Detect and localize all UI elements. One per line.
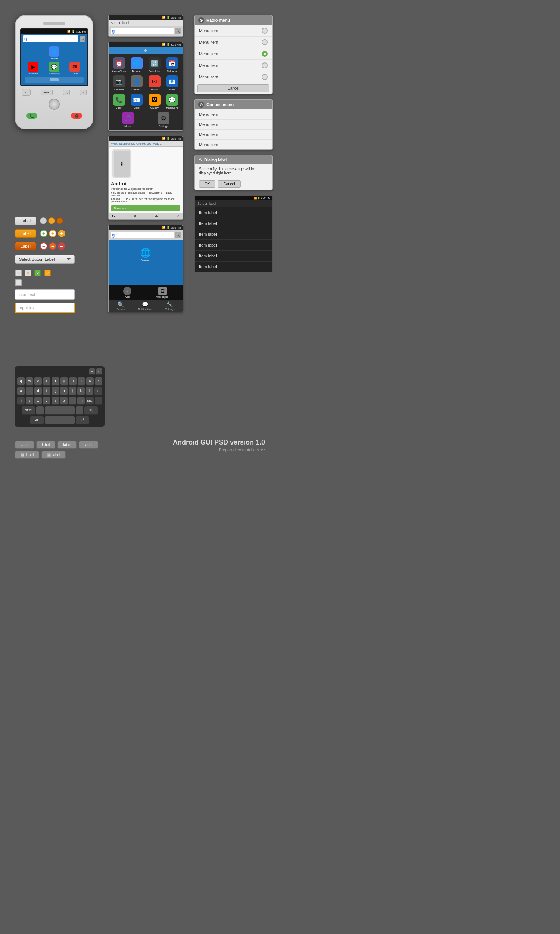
zoom-in-button[interactable]: ⊕ [155, 214, 158, 218]
radio-item-5-circle[interactable] [262, 74, 268, 80]
home2-wallpaper-item[interactable]: 🖼 Wallpaper [157, 287, 168, 298]
key-j[interactable]: j [69, 387, 76, 395]
phone-home-button[interactable]: ⌂ [22, 89, 31, 96]
tab-item-5[interactable]: ☑ label [15, 451, 39, 459]
key-0[interactable]: 0 [94, 387, 102, 395]
app-contacts[interactable]: 👤 Contacts [129, 76, 144, 91]
key-mic[interactable]: 🎤 [76, 416, 89, 424]
plus-circle-green[interactable]: + [40, 230, 48, 237]
screen4-search-box[interactable]: g [111, 232, 174, 238]
key-a[interactable]: a [17, 387, 25, 395]
plus-circle-orange[interactable]: + [49, 230, 56, 237]
screen1-search-box[interactable]: g [111, 28, 174, 34]
radio-menu-item-5[interactable]: Menu item [194, 71, 272, 83]
checkbox-x1[interactable]: ✕ [15, 270, 22, 276]
app-browser[interactable]: 🌐 Browser [129, 57, 144, 72]
button-orange[interactable]: Label [15, 230, 36, 237]
tab-item-4[interactable]: label [79, 441, 98, 449]
checkbox-x2[interactable]: ✕ [25, 270, 31, 276]
key-z[interactable]: z [26, 397, 33, 405]
key-n[interactable]: n [69, 397, 76, 405]
dark-list-item-1[interactable]: Item label [194, 207, 272, 218]
dark-list-item-4[interactable]: Item label [194, 240, 272, 251]
app-email[interactable]: 📧 Email [165, 76, 180, 91]
key-search-bottom[interactable]: 🔍 [85, 407, 98, 415]
phone-dock-button[interactable] [50, 79, 58, 82]
key-y[interactable]: y [60, 377, 68, 385]
tab-item-3[interactable]: label [57, 441, 77, 449]
key-f[interactable]: f [43, 387, 51, 395]
key-v[interactable]: v [52, 397, 59, 405]
select-button[interactable]: Select Button Label [15, 255, 75, 264]
minus-circle-3[interactable]: − [58, 242, 65, 250]
key-w[interactable]: w [26, 377, 33, 385]
phone-search-input[interactable]: g [23, 35, 78, 42]
key-period[interactable]: . [76, 407, 83, 415]
key-x[interactable]: x [34, 397, 42, 405]
key-m[interactable]: m [77, 397, 85, 405]
dialog-ok-button[interactable]: OK [199, 180, 215, 188]
key-s[interactable]: s [26, 387, 33, 395]
key-P[interactable]: P [89, 368, 95, 375]
key-q[interactable]: q [17, 377, 25, 385]
tab-item-2[interactable]: label [36, 441, 55, 449]
home2-browser[interactable]: 🌐 Browser [140, 248, 151, 262]
key-i[interactable]: i [78, 377, 85, 385]
key-t[interactable]: t [52, 377, 59, 385]
context-menu-item-2[interactable]: Menu item [194, 120, 272, 129]
home2-tab-search[interactable]: 🔍 Search [117, 302, 125, 310]
key-b[interactable]: b [60, 397, 68, 405]
key-l[interactable]: l [86, 387, 93, 395]
app-messaging[interactable]: 💬 Messaging [165, 94, 180, 109]
app-music[interactable]: 🎵 Music [121, 112, 135, 127]
key-k[interactable]: k [77, 387, 85, 395]
phone-end-button[interactable]: 📵 [71, 113, 82, 119]
phone-search-button[interactable]: 🔍 [80, 36, 86, 42]
radio-cancel-button[interactable]: Cancel [197, 85, 269, 92]
phone-call-button[interactable]: 📞 [26, 113, 37, 119]
phone-search-nav-button[interactable]: 🔍 [63, 90, 70, 95]
input-text-1[interactable]: Input text [15, 289, 75, 300]
radio-item-1-circle[interactable] [262, 28, 268, 34]
radio-item-2-circle[interactable] [262, 39, 268, 45]
key-d[interactable]: d [34, 387, 42, 395]
dark-list-item-2[interactable]: Item label [194, 218, 272, 229]
key-o[interactable]: o [86, 377, 94, 385]
app-gallery[interactable]: 🖼 Gallery [147, 94, 162, 109]
phone-back-button[interactable]: ← [80, 90, 87, 95]
app-gmail[interactable]: ✉ Gmail [147, 76, 162, 91]
phone-app-youtube[interactable]: ▶ YouTube [28, 62, 38, 75]
context-menu-item-4[interactable]: Menu item [194, 140, 272, 150]
app-alarm[interactable]: ⏰ Alarm Clock [112, 57, 126, 72]
home2-tab-notifications[interactable]: 💬 Notifications [138, 302, 152, 310]
phone-app-messaging[interactable]: 💬 Messaging [49, 62, 59, 75]
radio-item-3-circle[interactable] [262, 51, 268, 57]
input-text-2[interactable]: Input text [15, 303, 75, 313]
phone-app-browser[interactable]: 🌐 Browser [49, 46, 59, 59]
checkbox-check2[interactable]: ✓ [44, 270, 51, 276]
key-del[interactable]: DEL [86, 397, 94, 405]
fullscreen-button[interactable]: ⤢ [177, 214, 180, 218]
key-r[interactable]: r [43, 377, 51, 385]
radio-menu-item-1[interactable]: Menu item [194, 25, 272, 37]
screen4-search-btn[interactable]: 🔍 [175, 232, 181, 238]
context-menu-item-1[interactable]: Menu item [194, 109, 272, 120]
button-default[interactable]: Label [15, 217, 36, 225]
key-comma[interactable]: , [36, 407, 44, 415]
key-g[interactable]: g [52, 387, 59, 395]
app-dialer[interactable]: 📞 Dialer [112, 94, 126, 109]
radio-menu-item-2[interactable]: Menu item [194, 37, 272, 48]
key-p[interactable]: p [95, 377, 102, 385]
minus-circle-2[interactable]: − [49, 242, 56, 250]
phone-app-gmail[interactable]: ✉ Gmail [69, 62, 80, 75]
key-O[interactable]: O [96, 368, 102, 375]
checkbox-check1[interactable]: ✓ [34, 270, 41, 276]
key-123[interactable]: ?123 [22, 407, 35, 415]
zoom-out-button[interactable]: ⊖ [134, 214, 137, 218]
radio-item-4-circle[interactable] [262, 62, 268, 68]
button-dark-orange[interactable]: Label [15, 242, 36, 250]
plus-circle-filled-orange[interactable]: + [58, 230, 65, 237]
app-calendar[interactable]: 📅 Calendar [165, 57, 180, 72]
tab-item-6[interactable]: ☑ label [42, 451, 66, 459]
phone-menu-button[interactable]: menu [41, 90, 52, 95]
